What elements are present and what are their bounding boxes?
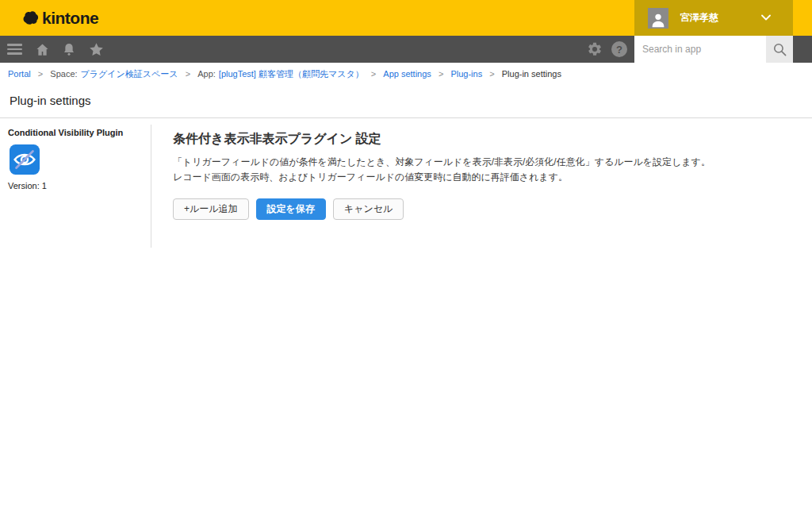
settings-gear-icon[interactable] <box>583 36 607 63</box>
app-search <box>634 36 793 63</box>
save-settings-button[interactable]: 設定を保存 <box>256 198 326 220</box>
plugin-eye-slash-icon <box>10 144 40 175</box>
breadcrumb-app-settings[interactable]: App settings <box>383 69 431 79</box>
settings-description-line2: レコード画面の表示時、およびトリガーフィールドの値変更時に自動的に再評価されます… <box>173 170 812 185</box>
home-icon[interactable] <box>29 36 56 63</box>
kintone-logo[interactable]: kintone <box>21 0 98 36</box>
breadcrumb-space[interactable]: プラグイン検証スペース <box>81 69 178 79</box>
user-menu[interactable]: 宮澤孝慈 <box>634 0 793 36</box>
breadcrumb-separator: > <box>38 69 43 79</box>
breadcrumb-current: Plug-in settings <box>502 69 561 79</box>
settings-heading: 条件付き表示非表示プラグイン 設定 <box>173 131 812 148</box>
settings-description: 「トリガーフィールドの値が条件を満たしたとき、対象フィールドを表示/非表示/必須… <box>173 155 812 185</box>
settings-description-line1: 「トリガーフィールドの値が条件を満たしたとき、対象フィールドを表示/非表示/必須… <box>173 155 812 170</box>
chevron-down-icon <box>761 14 771 21</box>
plugin-settings-form: 条件付き表示非表示プラグイン 設定 「トリガーフィールドの値が条件を満たしたとき… <box>173 118 812 220</box>
breadcrumb-portal[interactable]: Portal <box>8 69 31 79</box>
search-input[interactable] <box>634 36 766 63</box>
add-rule-button[interactable]: +ルール追加 <box>173 198 249 220</box>
breadcrumb-app[interactable]: [plugTest] 顧客管理（顧問先マスタ） <box>219 69 364 79</box>
app-header: kintone 宮澤孝慈 <box>0 0 812 36</box>
cancel-button[interactable]: キャンセル <box>333 198 404 220</box>
help-icon[interactable]: ? <box>607 36 631 63</box>
plugin-name: Conditional Visibility Plugin <box>8 128 143 137</box>
search-button[interactable] <box>766 36 793 63</box>
user-name: 宮澤孝慈 <box>680 11 718 25</box>
logo-text: kintone <box>42 9 98 28</box>
person-icon <box>649 11 667 29</box>
breadcrumb: Portal > Space:プラグイン検証スペース > App:[plugTe… <box>0 63 812 85</box>
search-icon <box>772 42 787 57</box>
menu-icon[interactable] <box>0 36 29 63</box>
page-title: Plug-in settings <box>0 85 812 117</box>
plugin-info-panel: Conditional Visibility Plugin Version: 1 <box>0 118 151 190</box>
notifications-bell-icon[interactable] <box>56 36 82 63</box>
breadcrumb-separator: > <box>489 69 494 79</box>
breadcrumb-separator: > <box>371 69 376 79</box>
plugin-settings-content: Conditional Visibility Plugin Version: 1… <box>0 118 812 253</box>
breadcrumb-separator: > <box>186 69 190 79</box>
breadcrumb-plugins[interactable]: Plug-ins <box>450 69 482 79</box>
favorites-star-icon[interactable] <box>82 36 109 63</box>
plugin-version: Version: 1 <box>8 181 143 190</box>
button-row: +ルール追加 設定を保存 キャンセル <box>173 198 812 220</box>
kintone-cloud-icon <box>21 9 40 28</box>
breadcrumb-space-prefix: Space: <box>50 69 77 79</box>
avatar <box>648 8 668 29</box>
breadcrumb-separator: > <box>439 69 443 79</box>
breadcrumb-app-prefix: App: <box>197 69 216 79</box>
vertical-divider <box>151 125 151 248</box>
toolbar: ? <box>0 36 812 63</box>
